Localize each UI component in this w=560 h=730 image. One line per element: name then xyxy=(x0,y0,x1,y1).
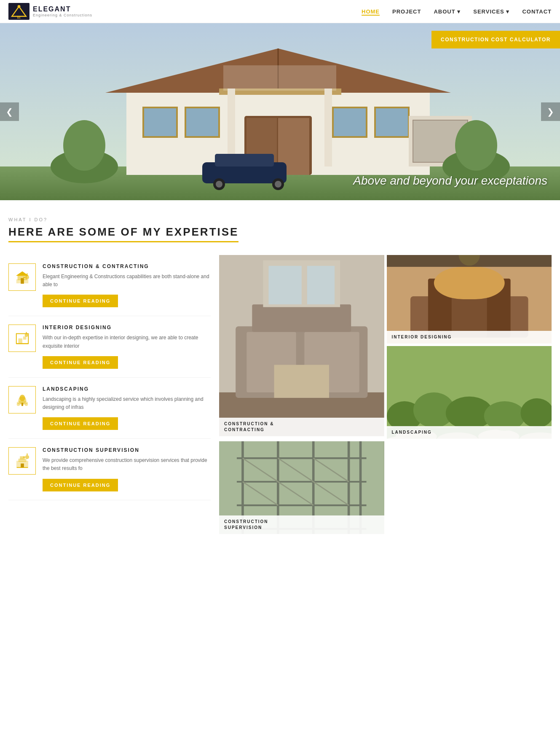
svg-point-29 xyxy=(216,181,222,188)
svg-rect-68 xyxy=(307,266,335,304)
landscaping-img-label: LANDSCAPING xyxy=(387,426,552,439)
svg-rect-35 xyxy=(21,278,24,283)
landscaping-service-desc: Landscaping is a highly specialized serv… xyxy=(43,395,211,411)
svg-point-25 xyxy=(455,120,497,171)
nav-item-project[interactable]: PROJECT xyxy=(392,8,421,15)
landscaping-service-title: LANDSCAPING xyxy=(43,386,211,392)
landscaping-svg xyxy=(387,346,552,439)
expertise-title: HERE ARE SOME OF MY EXPERTISE xyxy=(8,225,238,242)
svg-point-36 xyxy=(25,275,29,279)
construction-icon-box xyxy=(8,263,36,291)
interior-service-desc: With our in-depth expertise in interior … xyxy=(43,334,211,350)
svg-rect-67 xyxy=(268,266,301,304)
svg-point-31 xyxy=(275,181,281,188)
nav-item-home[interactable]: HOME xyxy=(362,8,380,15)
construction-calc-button[interactable]: CONSTRUCTION COST CALCULATOR xyxy=(431,31,560,48)
construction-service-desc: Elegant Engineering & Constructions capa… xyxy=(43,273,211,289)
construction-supervision-image: CONSTRUCTION SUPERVISION xyxy=(219,441,384,534)
svg-rect-15 xyxy=(375,107,409,137)
svg-rect-41 xyxy=(23,336,26,340)
svg-rect-48 xyxy=(21,403,23,406)
landscaping-continue-btn[interactable]: CONTINUE READING xyxy=(43,417,118,430)
dining-room-svg xyxy=(387,255,552,344)
construction-service-info: CONSTRUCTION & CONTRACTING Elegant Engin… xyxy=(43,263,211,307)
image-grid: CONSTRUCTION & CONTRACTING INTERIOR DESI… xyxy=(219,255,552,534)
navbar: EC ELEGANT Engineering & Constructions H… xyxy=(0,0,560,23)
hero-prev-button[interactable]: ❮ xyxy=(0,102,19,121)
nav-item-services[interactable]: SERVICES ▾ xyxy=(473,8,509,15)
interior-icon-box xyxy=(8,325,36,352)
svg-rect-17 xyxy=(223,65,336,91)
nav-item-about[interactable]: ABOUT ▾ xyxy=(434,8,461,15)
construction-continue-btn[interactable]: CONTINUE READING xyxy=(43,295,118,307)
living-room-svg xyxy=(219,255,384,436)
hero-next-button[interactable]: ❯ xyxy=(541,102,560,121)
construction-service-title: CONSTRUCTION & CONTRACTING xyxy=(43,263,211,269)
svg-rect-65 xyxy=(252,304,351,332)
expertise-layout: CONSTRUCTION & CONTRACTING Elegant Engin… xyxy=(8,255,552,534)
svg-rect-75 xyxy=(434,267,504,299)
supervision-service-info: CONSTRUCTION SUPERVISION We provide comp… xyxy=(43,447,211,491)
landscaping-icon-box xyxy=(8,386,36,413)
service-card-interior: INTERIOR DESIGNING With our in-depth exp… xyxy=(8,316,211,377)
interior-icon xyxy=(14,330,30,346)
landscaping-image: LANDSCAPING xyxy=(387,346,552,439)
expertise-section: WHAT I DO? HERE ARE SOME OF MY EXPERTISE xyxy=(0,200,560,551)
brand-subtitle: Engineering & Constructions xyxy=(33,13,92,17)
interior-continue-btn[interactable]: CONTINUE READING xyxy=(43,356,118,369)
svg-point-2 xyxy=(18,5,21,8)
nav-item-contact[interactable]: CONTACT xyxy=(522,8,552,15)
svg-point-50 xyxy=(24,403,28,406)
supervision-service-desc: We provide comprehensive construction su… xyxy=(43,456,211,472)
brand-name: ELEGANT xyxy=(33,5,92,13)
service-card-construction: CONSTRUCTION & CONTRACTING Elegant Engin… xyxy=(8,255,211,316)
svg-rect-27 xyxy=(215,154,274,166)
svg-point-23 xyxy=(63,120,105,171)
interior-service-info: INTERIOR DESIGNING With our in-depth exp… xyxy=(43,325,211,368)
svg-rect-14 xyxy=(333,107,367,137)
supervision-icon-box xyxy=(8,447,36,475)
landscaping-icon xyxy=(14,392,30,408)
service-list: CONSTRUCTION & CONTRACTING Elegant Engin… xyxy=(8,255,211,534)
section-tag: WHAT I DO? xyxy=(8,217,552,222)
svg-point-43 xyxy=(24,333,28,337)
svg-rect-9 xyxy=(143,107,177,137)
supervision-service-title: CONSTRUCTION SUPERVISION xyxy=(43,447,211,453)
hero-section: CONSTRUCTION COST CALCULATOR Above and b… xyxy=(0,23,560,200)
service-card-supervision: CONSTRUCTION SUPERVISION We provide comp… xyxy=(8,439,211,500)
svg-point-47 xyxy=(19,395,25,401)
svg-point-49 xyxy=(16,403,20,406)
construction-icon xyxy=(14,269,30,285)
construction-supervision-label: CONSTRUCTION SUPERVISION xyxy=(219,515,384,534)
logo-icon: EC xyxy=(8,3,29,20)
svg-text:EC: EC xyxy=(17,16,21,19)
svg-rect-55 xyxy=(21,463,24,467)
interior-service-title: INTERIOR DESIGNING xyxy=(43,325,211,330)
landscaping-service-info: LANDSCAPING Landscaping is a highly spec… xyxy=(43,386,211,430)
hero-tagline: Above and beyond your exceptations xyxy=(353,174,547,188)
svg-rect-77 xyxy=(387,255,552,267)
living-room-image: CONSTRUCTION & CONTRACTING xyxy=(219,255,384,436)
svg-rect-19 xyxy=(324,89,332,166)
nav-links: HOME PROJECT ABOUT ▾ SERVICES ▾ CONTACT xyxy=(362,8,552,15)
service-card-landscaping: LANDSCAPING Landscaping is a highly spec… xyxy=(8,378,211,439)
logo-area[interactable]: EC ELEGANT Engineering & Constructions xyxy=(8,3,92,20)
hero-illustration xyxy=(0,23,560,200)
interior-designing-label: INTERIOR DESIGNING xyxy=(387,331,552,344)
svg-rect-40 xyxy=(18,338,22,344)
svg-rect-64 xyxy=(274,365,330,398)
svg-point-56 xyxy=(25,455,29,459)
living-room-label: CONSTRUCTION & CONTRACTING xyxy=(219,418,384,436)
dining-room-image: INTERIOR DESIGNING xyxy=(387,255,552,344)
svg-rect-10 xyxy=(185,107,219,137)
supervision-continue-btn[interactable]: CONTINUE READING xyxy=(43,479,118,491)
supervision-icon xyxy=(14,453,30,469)
